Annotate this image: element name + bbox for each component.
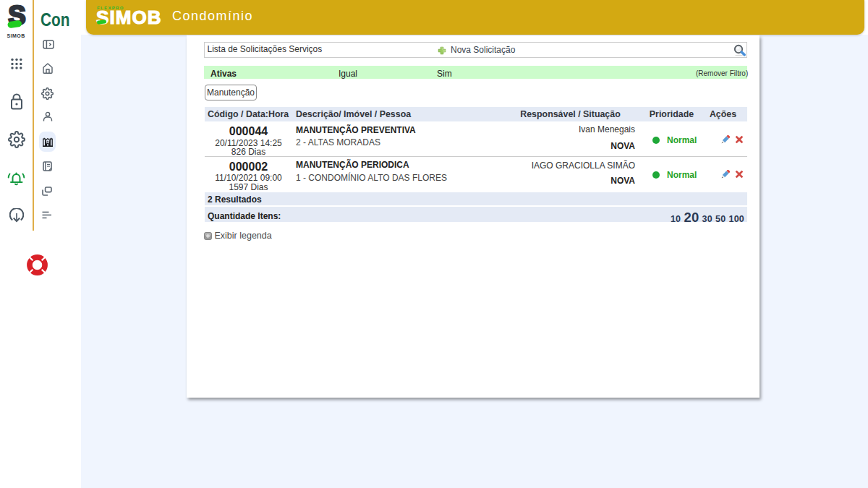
svg-text:SIMOB: SIMOB bbox=[7, 33, 25, 38]
